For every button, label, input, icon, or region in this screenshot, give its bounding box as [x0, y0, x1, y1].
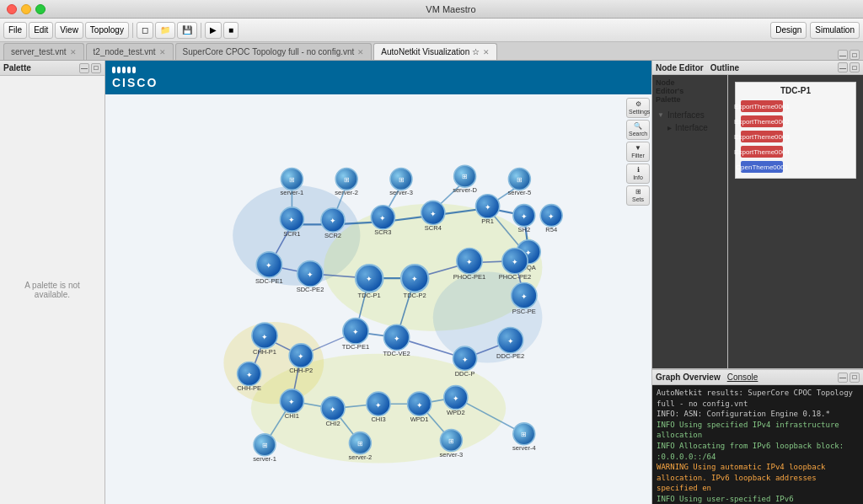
tree-interface[interactable]: ▸ Interface: [654, 121, 726, 134]
node-tdc-ve2[interactable]: ✦ TDC-VE2: [383, 324, 410, 357]
node-scr1[interactable]: ✦ SCR1: [280, 207, 303, 239]
palette-maximize-btn[interactable]: □: [91, 63, 101, 73]
console-header: Graph Overview Console — □: [652, 370, 863, 385]
palette-minimize-btn[interactable]: —: [79, 63, 89, 73]
node-server-3b[interactable]: ⊞ server-3: [440, 429, 464, 458]
node-server5[interactable]: ⊞ server-5: [508, 168, 532, 196]
tab-close-icon[interactable]: ✕: [483, 48, 490, 56]
info-tool[interactable]: ℹInfo: [626, 164, 650, 184]
node-chh-pe[interactable]: ✦ CHH-PE: [237, 362, 261, 392]
node-server-2b[interactable]: ⊞ server-2: [349, 432, 373, 461]
panel-max-btn[interactable]: □: [850, 50, 860, 60]
tab-bar: server_test.vnt ✕ t2_node_test.vnt ✕ Sup…: [0, 42, 863, 61]
toolbar-open[interactable]: 📁: [155, 22, 175, 39]
toolbar-new[interactable]: ◻: [137, 22, 153, 39]
svg-text:server-1: server-1: [253, 455, 276, 463]
tab-supercore[interactable]: SuperCore CPOC Topology full - no config…: [175, 43, 373, 60]
node-export-1[interactable]: ExportTheme0001: [739, 99, 852, 114]
ne-min-btn[interactable]: —: [838, 62, 848, 72]
node-color-4: ExportTheme0004: [741, 146, 783, 158]
node-tdc-pe1[interactable]: ✦ TDC-PE1: [342, 319, 369, 351]
tree-label: Interfaces: [667, 110, 705, 120]
svg-text:✦: ✦: [288, 398, 295, 406]
node-export-3[interactable]: ExportTheme0003: [739, 129, 852, 144]
graph-overview-tab[interactable]: Graph Overview: [656, 373, 721, 382]
node-wpd1[interactable]: ✦ WPD1: [408, 392, 432, 423]
settings-tool[interactable]: ⚙Settings: [626, 98, 650, 118]
close-button[interactable]: [7, 4, 17, 14]
tab-close-icon[interactable]: ✕: [70, 48, 77, 56]
svg-text:✦: ✦: [307, 271, 314, 279]
node-export-2[interactable]: ExportTheme0002: [739, 114, 852, 129]
svg-text:SDC-PE2: SDC-PE2: [297, 286, 324, 293]
node-scr4[interactable]: ✦ SCR4: [421, 201, 445, 232]
node-ddc-pe2[interactable]: ✦ DDC-PE2: [496, 327, 524, 360]
topology-canvas[interactable]: ⊞ server-1 ⊞ server-2 ⊞ server-3 ⊞ serve…: [105, 94, 651, 504]
svg-text:✦: ✦: [453, 394, 459, 403]
panel-min-btn[interactable]: —: [838, 50, 848, 60]
node-sdc-pe2[interactable]: ✦ SDC-PE2: [297, 261, 324, 294]
node-tdc-p2[interactable]: ✦ TDC-P2: [401, 265, 428, 299]
filter-tool[interactable]: ▼Filter: [626, 142, 650, 162]
topology-panel: CISCO: [105, 61, 652, 504]
node-server1[interactable]: ⊞ server-1: [281, 168, 304, 196]
console-header-btns: — □: [838, 373, 860, 383]
node-scr3[interactable]: ✦ SCR3: [371, 206, 394, 237]
node-ddc-p[interactable]: ✦ DDC-P: [453, 346, 477, 378]
svg-text:✦: ✦: [297, 352, 304, 361]
svg-text:✦: ✦: [246, 371, 253, 379]
node-scr2[interactable]: ✦ SCR2: [321, 208, 345, 239]
toolbar-edit[interactable]: Edit: [29, 22, 53, 39]
node-sdc-pe1[interactable]: ✦ SDC-PE1: [255, 252, 283, 285]
tab-node-test[interactable]: t2_node_test.vnt ✕: [86, 43, 174, 60]
svg-text:✦: ✦: [485, 203, 491, 212]
toolbar-stop[interactable]: ■: [223, 22, 239, 39]
toolbar-save[interactable]: 💾: [177, 22, 197, 39]
toolbar-view[interactable]: View: [55, 22, 83, 39]
svg-text:SCR3: SCR3: [374, 228, 391, 236]
svg-text:✦: ✦: [466, 258, 473, 266]
svg-text:⊞: ⊞: [357, 440, 363, 448]
svg-text:✦: ✦: [462, 356, 469, 364]
node-r54[interactable]: ✦ R54: [540, 205, 562, 233]
search-tool[interactable]: 🔍Search: [626, 120, 650, 140]
console-line: WARNING Using automatic IPv4 loopback al…: [655, 462, 860, 494]
tab-close-icon[interactable]: ✕: [159, 48, 166, 56]
svg-text:✦: ✦: [288, 216, 295, 224]
node-tdc-p1[interactable]: ✦ TDC-P1: [356, 265, 383, 299]
node-server-1b[interactable]: ⊞ server-1: [253, 434, 276, 463]
node-serverD[interactable]: ⊞ server-D: [453, 165, 477, 193]
tab-close-icon[interactable]: ✕: [357, 48, 364, 56]
node-export-4[interactable]: ExportTheme0004: [739, 144, 852, 159]
node-chh-p2[interactable]: ✦ CHH-P2: [289, 344, 313, 375]
maximize-button[interactable]: [35, 4, 46, 14]
svg-text:PHOC-PE1: PHOC-PE1: [453, 273, 486, 281]
minimize-button[interactable]: [21, 4, 31, 14]
node-open-1[interactable]: OpenTheme0001: [739, 159, 852, 174]
toolbar-topology[interactable]: Topology: [85, 22, 129, 39]
ne-max-btn[interactable]: □: [850, 62, 860, 72]
console-max-btn[interactable]: □: [850, 373, 860, 383]
tree-interfaces[interactable]: ▼ Interfaces: [654, 109, 726, 121]
node-psc-pe[interactable]: ✦ PSC-PE: [512, 283, 537, 316]
toolbar-design[interactable]: Design: [770, 22, 807, 39]
node-editor-title: Node Editor: [656, 63, 704, 72]
svg-text:SCR1: SCR1: [283, 230, 300, 238]
console-tab-label[interactable]: Console: [727, 373, 758, 382]
toolbar-run[interactable]: ▶: [205, 22, 222, 39]
sets-tool[interactable]: ⊞Sets: [626, 185, 650, 206]
cisco-text: CISCO: [112, 76, 158, 89]
node-chh-p1[interactable]: ✦ CHH-P1: [252, 323, 277, 356]
node-server2[interactable]: ⊞ server-2: [335, 168, 358, 196]
toolbar-file[interactable]: File: [3, 22, 27, 39]
tab-autonetkit[interactable]: AutoNetkit Visualization ☆ ✕: [373, 43, 497, 60]
node-server-4b[interactable]: ⊞ server-4: [512, 423, 536, 452]
node-wpd2[interactable]: ✦ WPD2: [444, 386, 468, 417]
node-editor-panel: Node Editor Outline — □ NodeEditor'sPale…: [652, 61, 863, 369]
toolbar-simulation[interactable]: Simulation: [810, 22, 860, 39]
node-server3[interactable]: ⊞ server-3: [389, 168, 413, 196]
tab-server-test[interactable]: server_test.vnt ✕: [3, 43, 84, 60]
svg-text:✦: ✦: [352, 328, 359, 336]
console-min-btn[interactable]: —: [838, 373, 848, 383]
tree-expand-icon: ▼: [657, 111, 664, 119]
